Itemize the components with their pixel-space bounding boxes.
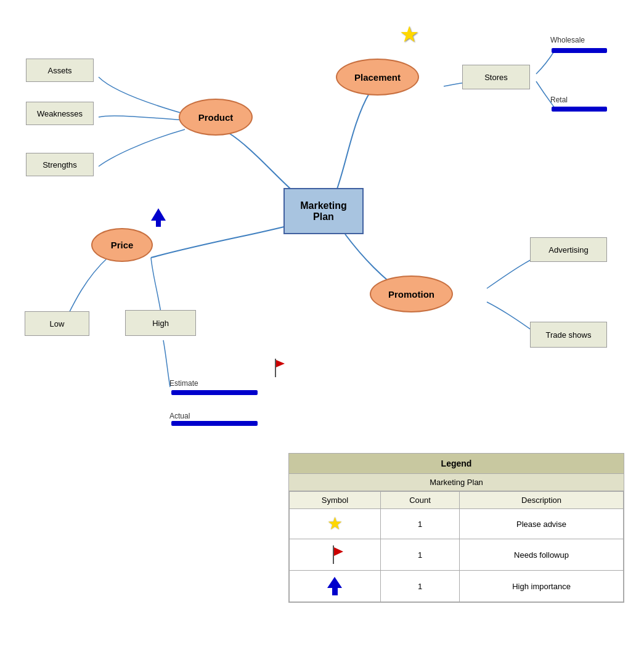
placement-node[interactable]: Placement xyxy=(336,59,419,96)
legend-row-flag: 1 Needs followup xyxy=(290,539,624,571)
legend-row-arrow: 1 High importance xyxy=(290,571,624,602)
legend-table: Symbol Count Description ★ 1 Please advi… xyxy=(289,491,624,602)
strengths-node[interactable]: Strengths xyxy=(26,153,94,176)
promotion-node[interactable]: Promotion xyxy=(370,275,453,312)
tradeshows-label: Trade shows xyxy=(546,330,592,340)
legend-desc-arrow: High importance xyxy=(460,571,624,602)
weaknesses-label: Weaknesses xyxy=(37,109,83,118)
legend-count-arrow: 1 xyxy=(380,571,459,602)
legend-desc-flag: Needs followup xyxy=(460,539,624,571)
legend-panel: Legend Marketing Plan Symbol Count Descr… xyxy=(288,453,624,603)
flag-banner-icon xyxy=(334,547,343,556)
mind-map-diagram: Marketing Plan Product Placement Price P… xyxy=(0,0,644,444)
price-node[interactable]: Price xyxy=(91,228,153,262)
estimate-bar xyxy=(171,390,258,395)
tradeshows-node[interactable]: Trade shows xyxy=(530,322,607,348)
estimate-label: Estimate xyxy=(169,379,198,388)
wholesale-bar xyxy=(552,48,607,53)
legend-col-symbol: Symbol xyxy=(290,492,381,509)
retail-bar xyxy=(552,107,607,112)
low-label: Low xyxy=(50,319,65,328)
diagram-flag-symbol xyxy=(270,359,283,377)
strengths-label: Strengths xyxy=(43,160,77,169)
product-node[interactable]: Product xyxy=(179,99,253,136)
legend-count-star: 1 xyxy=(380,509,459,539)
legend-desc-star: Please advise xyxy=(460,509,624,539)
legend-count-flag: 1 xyxy=(380,539,459,571)
high-label: High xyxy=(152,319,169,328)
weaknesses-node[interactable]: Weaknesses xyxy=(26,102,94,125)
placement-label: Placement xyxy=(354,72,401,83)
arrow-up-shaft-icon xyxy=(332,588,338,595)
promotion-label: Promotion xyxy=(388,289,434,300)
legend-row-star: ★ 1 Please advise xyxy=(290,509,624,539)
center-node-label: Marketing Plan xyxy=(300,200,347,222)
price-label: Price xyxy=(111,240,134,250)
star-icon: ★ xyxy=(327,515,343,532)
stores-label: Stores xyxy=(484,73,508,82)
diagram-arrow-symbol xyxy=(151,208,166,227)
center-node[interactable]: Marketing Plan xyxy=(283,188,364,234)
product-label: Product xyxy=(198,112,234,123)
diagram-star-symbol: ★ xyxy=(399,23,419,46)
legend-title: Legend xyxy=(289,454,624,474)
assets-label: Assets xyxy=(47,66,71,75)
actual-label: Actual xyxy=(169,412,190,420)
legend-col-count: Count xyxy=(380,492,459,509)
legend-symbol-flag xyxy=(290,539,381,571)
arrow-up-head-icon xyxy=(327,577,342,588)
low-node[interactable]: Low xyxy=(25,311,89,336)
legend-col-description: Description xyxy=(460,492,624,509)
advertising-node[interactable]: Advertising xyxy=(530,237,607,262)
assets-node[interactable]: Assets xyxy=(26,59,94,82)
legend-subtitle: Marketing Plan xyxy=(289,474,624,491)
retail-label: Retal xyxy=(550,96,568,104)
high-node[interactable]: High xyxy=(125,310,196,336)
actual-bar xyxy=(171,421,258,426)
advertising-label: Advertising xyxy=(548,245,588,255)
legend-symbol-arrow xyxy=(290,571,381,602)
stores-node[interactable]: Stores xyxy=(462,65,530,89)
legend-symbol-star: ★ xyxy=(290,509,381,539)
wholesale-label: Wholesale xyxy=(550,36,585,44)
